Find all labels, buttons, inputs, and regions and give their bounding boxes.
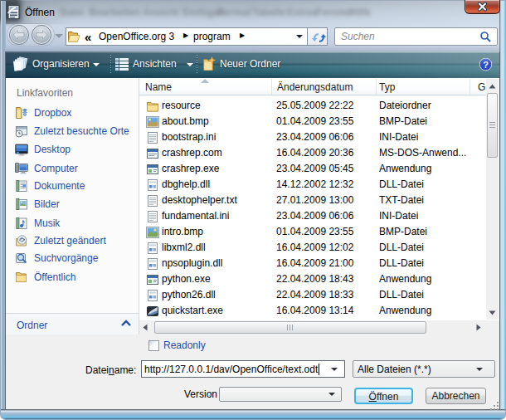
svg-text:?: ? — [483, 60, 489, 70]
